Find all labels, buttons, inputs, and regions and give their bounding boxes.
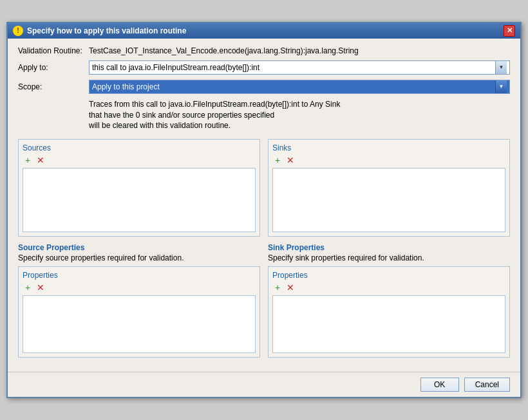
sinks-panel: Sinks + ✕ [268, 139, 510, 237]
scope-value: Apply to this project [92, 82, 495, 91]
dialog-footer: OK Cancel [8, 372, 520, 397]
apply-to-combo[interactable]: this call to java.io.FileInputStream.rea… [89, 60, 510, 75]
sink-properties-list [272, 295, 505, 353]
sinks-remove-button[interactable]: ✕ [285, 155, 296, 165]
title-bar: ! Specify how to apply this validation r… [8, 23, 520, 39]
apply-to-value: this call to java.io.FileInputStream.rea… [92, 63, 495, 72]
scope-label: Scope: [18, 82, 89, 91]
description-block: Traces from this call to java.io.FileInp… [89, 99, 510, 131]
sinks-add-button[interactable]: + [272, 155, 283, 165]
dialog-body: Validation Routine: TestCase_IOT_Instanc… [8, 39, 520, 372]
dialog-title: Specify how to apply this validation rou… [27, 26, 186, 35]
validation-routine-label: Validation Routine: [18, 46, 89, 55]
sink-properties-panel: Properties + ✕ [268, 266, 510, 358]
sink-properties-desc: Specify sink properties required for val… [268, 253, 510, 262]
description-line1: Traces from this call to java.io.FileInp… [89, 99, 510, 110]
main-dialog: ! Specify how to apply this validation r… [6, 22, 522, 398]
source-properties-add-button[interactable]: + [23, 282, 33, 293]
source-properties-section: Source Properties Specify source propert… [18, 243, 260, 358]
sinks-toolbar: + ✕ [272, 155, 505, 165]
source-properties-panel-title: Properties [23, 271, 256, 280]
validation-routine-value: TestCase_IOT_Instance_Val_Encode.encode(… [89, 46, 359, 55]
sources-remove-button[interactable]: ✕ [35, 155, 46, 165]
sources-panel-title: Sources [23, 143, 256, 152]
sink-properties-add-button[interactable]: + [272, 282, 283, 293]
ok-button[interactable]: OK [420, 378, 459, 392]
validation-routine-row: Validation Routine: TestCase_IOT_Instanc… [18, 46, 510, 55]
scope-combo[interactable]: Apply to this project ▼ [89, 80, 510, 94]
sink-properties-panel-title: Properties [272, 271, 505, 280]
cancel-button[interactable]: Cancel [464, 378, 510, 392]
sources-toolbar: + ✕ [23, 155, 256, 165]
sink-properties-remove-button[interactable]: ✕ [285, 282, 296, 293]
close-button[interactable]: ✕ [504, 25, 515, 37]
sources-add-button[interactable]: + [23, 155, 33, 165]
source-properties-toolbar: + ✕ [23, 282, 256, 293]
sink-properties-toolbar: + ✕ [272, 282, 505, 293]
scope-row: Scope: Apply to this project ▼ [18, 80, 510, 94]
apply-to-label: Apply to: [18, 63, 89, 72]
sources-sinks-row: Sources + ✕ Sinks + ✕ [18, 139, 510, 237]
title-bar-left: ! Specify how to apply this validation r… [13, 26, 186, 36]
description-line3: will be cleared with this validation rou… [89, 120, 510, 131]
properties-section: Source Properties Specify source propert… [18, 243, 510, 358]
source-properties-panel: Properties + ✕ [18, 266, 260, 358]
source-properties-title: Source Properties [18, 243, 260, 252]
apply-to-arrow[interactable]: ▼ [495, 61, 507, 74]
source-properties-remove-button[interactable]: ✕ [35, 282, 46, 293]
source-properties-desc: Specify source properties required for v… [18, 253, 260, 262]
description-line2: that have the 0 sink and/or source prope… [89, 110, 510, 121]
sinks-panel-title: Sinks [272, 143, 505, 152]
sinks-list [272, 168, 505, 232]
dialog-icon: ! [13, 26, 23, 36]
sources-list [23, 168, 256, 232]
sources-panel: Sources + ✕ [18, 139, 260, 237]
source-properties-list [23, 295, 256, 353]
sink-properties-section: Sink Properties Specify sink properties … [268, 243, 510, 358]
scope-arrow[interactable]: ▼ [495, 80, 507, 93]
sink-properties-title: Sink Properties [268, 243, 510, 252]
apply-to-row: Apply to: this call to java.io.FileInput… [18, 60, 510, 75]
